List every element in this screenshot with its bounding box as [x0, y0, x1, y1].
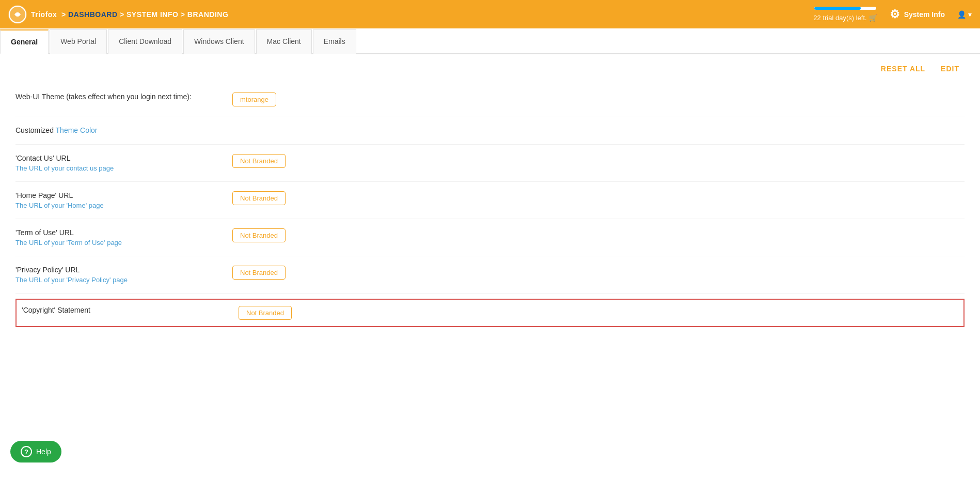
copyright-label-col: 'Copyright' Statement — [22, 306, 239, 314]
theme-label-col: Web-UI Theme (takes effect when you logi… — [15, 92, 232, 101]
terms-value-col: Not Branded — [232, 228, 965, 242]
help-icon: ? — [21, 446, 32, 457]
theme-row: Web-UI Theme (takes effect when you logi… — [15, 83, 965, 116]
home-page-value-col: Not Branded — [232, 191, 965, 205]
contact-us-label: 'Contact Us' URL — [15, 154, 232, 162]
privacy-label: 'Privacy Policy' URL — [15, 266, 232, 274]
reset-all-button[interactable]: RESET ALL — [881, 65, 925, 73]
system-info-label: System Info — [904, 10, 945, 19]
user-icon: 👤 — [957, 10, 966, 19]
copyright-badge: Not Branded — [239, 306, 292, 320]
tab-emails[interactable]: Emails — [313, 29, 356, 54]
trial-text: 22 trial day(s) left. 🛒 — [813, 14, 877, 22]
brand-name: Triofox — [31, 10, 57, 19]
terms-sublabel: The URL of your 'Term of Use' page — [15, 239, 232, 246]
privacy-row: 'Privacy Policy' URL The URL of your 'Pr… — [15, 256, 965, 294]
header-right: 22 trial day(s) left. 🛒 ⚙ System Info 👤 … — [813, 7, 972, 22]
header-left: Triofox > DASHBOARD > SYSTEM INFO > BRAN… — [8, 5, 228, 24]
tab-general[interactable]: General — [0, 29, 49, 54]
home-page-sublabel: The URL of your 'Home' page — [15, 202, 232, 209]
tab-mac-client[interactable]: Mac Client — [256, 29, 312, 54]
tab-client-download[interactable]: Client Download — [108, 29, 182, 54]
triofox-logo — [8, 5, 27, 24]
privacy-sublabel: The URL of your 'Privacy Policy' page — [15, 276, 232, 284]
theme-color-link[interactable]: Theme Color — [56, 126, 98, 134]
help-label: Help — [36, 448, 51, 456]
breadcrumb-dashboard[interactable]: DASHBOARD — [68, 10, 118, 19]
user-menu-button[interactable]: 👤 ▾ — [957, 10, 972, 19]
chevron-down-icon: ▾ — [968, 10, 972, 19]
custom-theme-label: Customized Theme Color — [15, 126, 97, 134]
cart-icon: 🛒 — [869, 14, 877, 22]
copyright-row: 'Copyright' Statement Not Branded — [15, 299, 965, 327]
theme-badge: mtorange — [232, 92, 276, 106]
home-page-label-col: 'Home Page' URL The URL of your 'Home' p… — [15, 191, 232, 209]
contact-us-label-col: 'Contact Us' URL The URL of your contact… — [15, 154, 232, 172]
contact-us-row: 'Contact Us' URL The URL of your contact… — [15, 145, 965, 182]
terms-label-col: 'Term of Use' URL The URL of your 'Term … — [15, 228, 232, 246]
trial-progress-fill — [814, 7, 861, 10]
tab-windows-client[interactable]: Windows Client — [183, 29, 255, 54]
theme-value-col: mtorange — [232, 92, 965, 106]
trial-days: 22 trial day(s) left. — [813, 14, 866, 22]
svg-point-2 — [15, 12, 20, 17]
custom-theme-row: Customized Theme Color — [15, 116, 965, 145]
separator1: > — [61, 10, 66, 19]
terms-row: 'Term of Use' URL The URL of your 'Term … — [15, 219, 965, 256]
copyright-label: 'Copyright' Statement — [22, 306, 239, 314]
privacy-badge: Not Branded — [232, 266, 286, 280]
action-row: RESET ALL EDIT — [15, 65, 965, 73]
contact-us-badge: Not Branded — [232, 154, 286, 168]
header: Triofox > DASHBOARD > SYSTEM INFO > BRAN… — [0, 0, 980, 28]
breadcrumb: Triofox > DASHBOARD > SYSTEM INFO > BRAN… — [31, 10, 228, 19]
terms-badge: Not Branded — [232, 228, 286, 242]
privacy-label-col: 'Privacy Policy' URL The URL of your 'Pr… — [15, 266, 232, 284]
edit-button[interactable]: EDIT — [941, 65, 959, 73]
trial-info: 22 trial day(s) left. 🛒 — [813, 7, 877, 22]
tabs-container: General Web Portal Client Download Windo… — [0, 28, 980, 54]
theme-label: Web-UI Theme (takes effect when you logi… — [15, 92, 232, 101]
copyright-value-col: Not Branded — [239, 306, 958, 320]
settings-section: Web-UI Theme (takes effect when you logi… — [15, 83, 965, 327]
home-page-badge: Not Branded — [232, 191, 286, 205]
contact-us-sublabel: The URL of your contact us page — [15, 164, 232, 172]
trial-progress-bar — [814, 7, 876, 10]
system-info-button[interactable]: ⚙ System Info — [890, 8, 945, 21]
main-content: RESET ALL EDIT Web-UI Theme (takes effec… — [0, 54, 980, 337]
terms-label: 'Term of Use' URL — [15, 228, 232, 237]
contact-us-value-col: Not Branded — [232, 154, 965, 168]
home-page-row: 'Home Page' URL The URL of your 'Home' p… — [15, 182, 965, 219]
breadcrumb-branding: BRANDING — [187, 10, 228, 19]
home-page-label: 'Home Page' URL — [15, 191, 232, 199]
gear-icon: ⚙ — [890, 8, 900, 21]
breadcrumb-sysinfo: > SYSTEM INFO > — [120, 10, 185, 19]
privacy-value-col: Not Branded — [232, 266, 965, 280]
tab-web-portal[interactable]: Web Portal — [50, 29, 107, 54]
help-question-mark: ? — [24, 448, 28, 456]
help-button[interactable]: ? Help — [10, 441, 61, 462]
